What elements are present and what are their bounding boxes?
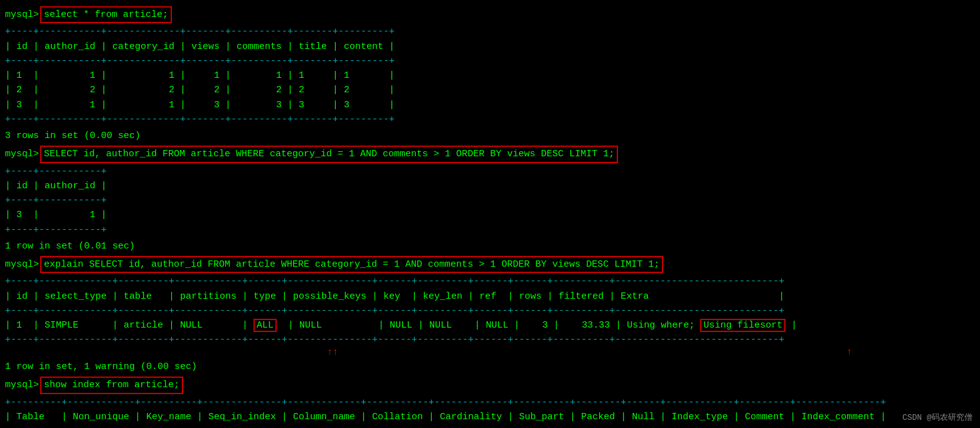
table3-header: | id | select_type | table | partitions … — [5, 289, 975, 304]
table3-sep-bot: +----+-------------+---------+----------… — [5, 333, 975, 347]
status-3: 1 row in set, 1 warning (0.00 sec) — [5, 360, 975, 374]
query-3: explain SELECT id, author_id FROM articl… — [40, 256, 663, 273]
table1-header: | id | author_id | category_id | views |… — [5, 40, 975, 54]
watermark: CSDN @码农研究僧 — [902, 412, 972, 423]
prompt-3: mysql> — [5, 257, 39, 272]
section-2: mysql> SELECT id, author_id FROM article… — [5, 146, 975, 254]
arrows-row: ↑↑ ↑ — [5, 348, 975, 358]
table1-row-2: | 2 | 2 | 2 | 2 | 2 | 2 | 2 | — [5, 83, 975, 97]
table2-sep-top: +----+-----------+ — [5, 164, 975, 179]
table2-header: | id | author_id | — [5, 179, 975, 193]
prompt-line-2: mysql> SELECT id, author_id FROM article… — [5, 146, 975, 163]
table1-sep-top: +----+-----------+-------------+-------+… — [5, 24, 975, 39]
query-2: SELECT id, author_id FROM article WHERE … — [40, 146, 618, 163]
prompt-line-4: mysql> show index from article; — [5, 377, 975, 393]
query-1: select * from article; — [40, 6, 172, 23]
table2-sep-bot: +----+-----------+ — [5, 223, 975, 237]
status-2: 1 row in set (0.01 sec) — [5, 239, 975, 254]
table3-row-1: | 1 | SIMPLE | article | NULL | ALL | NU… — [5, 318, 975, 333]
table4-header: | Table | Non_unique | Key_name | Seq_in… — [5, 410, 975, 424]
prompt-2: mysql> — [5, 147, 39, 161]
section-1: mysql> select * from article; +----+----… — [5, 6, 975, 143]
table3-sep-top: +----+-------------+---------+----------… — [5, 274, 975, 289]
section-3: mysql> explain SELECT id, author_id FROM… — [5, 256, 975, 374]
table1-row-1: | 1 | 1 | 1 | 1 | 1 | 1 | 1 | — [5, 68, 975, 83]
prompt-4: mysql> — [5, 378, 39, 392]
status-1: 3 rows in set (0.00 sec) — [5, 129, 975, 143]
prompt-1: mysql> — [5, 8, 39, 22]
table3-sep-mid: +----+-------------+---------+----------… — [5, 304, 975, 318]
table2-sep-mid: +----+-----------+ — [5, 193, 975, 208]
prompt-line-1: mysql> select * from article; — [5, 6, 975, 23]
table4-sep-mid: +---------+------------+----------+-----… — [5, 424, 975, 428]
type-all-cell: ALL — [253, 319, 277, 332]
filesort-cell: Using filesort — [700, 319, 786, 332]
table1-row-3: | 3 | 1 | 1 | 3 | 3 | 3 | 3 | — [5, 98, 975, 112]
table2-row-1: | 3 | 1 | — [5, 208, 975, 222]
table4-sep-top: +---------+------------+----------+-----… — [5, 395, 975, 410]
section-4: mysql> show index from article; +-------… — [5, 377, 975, 428]
table1-sep-bot: +----+-----------+-------------+-------+… — [5, 112, 975, 127]
prompt-line-3: mysql> explain SELECT id, author_id FROM… — [5, 256, 975, 273]
terminal: mysql> select * from article; +----+----… — [0, 3, 980, 428]
query-4: show index from article; — [40, 377, 183, 393]
table1-sep-mid: +----+-----------+-------------+-------+… — [5, 54, 975, 68]
